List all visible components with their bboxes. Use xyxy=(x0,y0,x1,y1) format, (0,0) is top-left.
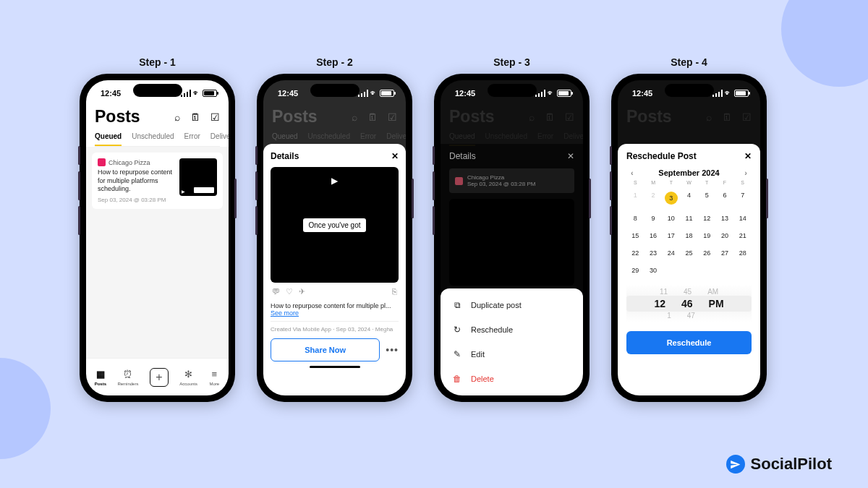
calendar-day[interactable]: 12 xyxy=(698,211,716,226)
menu-reschedule[interactable]: ↻Reschedule xyxy=(441,317,583,342)
home-indicator xyxy=(310,366,360,368)
menu-edit[interactable]: ✎Edit xyxy=(441,342,583,367)
calendar-day[interactable]: 16 xyxy=(644,228,663,243)
calendar-day[interactable]: 8 xyxy=(626,211,644,226)
delete-icon: 🗑︎ xyxy=(452,374,462,384)
account-name: Chicago Pizza xyxy=(109,159,150,166)
bottom-nav: ▦Posts ⏰︎Reminders + ✻Accounts ≡More xyxy=(86,358,229,395)
tab-error[interactable]: Error xyxy=(184,132,200,146)
close-icon[interactable]: ✕ xyxy=(744,151,752,161)
close-icon[interactable]: ✕ xyxy=(567,151,574,161)
video-preview[interactable]: ▶ Once you've got xyxy=(271,167,399,283)
account-avatar xyxy=(98,158,106,166)
calendar-day[interactable]: 30 xyxy=(644,263,663,278)
step-3-label: Step - 3 xyxy=(493,56,530,68)
play-icon[interactable]: ▶ xyxy=(331,176,338,186)
close-icon[interactable]: ✕ xyxy=(391,151,399,161)
step-4-label: Step - 4 xyxy=(671,56,707,68)
calendar-day[interactable]: 13 xyxy=(716,211,734,226)
calendar-day[interactable]: 26 xyxy=(698,246,716,260)
next-month-button[interactable]: › xyxy=(744,168,747,177)
reschedule-button[interactable]: Reschedule xyxy=(626,331,752,354)
calendar-day[interactable]: 1 xyxy=(626,188,644,208)
heart-icon[interactable]: ♡ xyxy=(286,287,293,296)
tab-queued[interactable]: Queued xyxy=(95,132,122,146)
calendar-day[interactable]: 6 xyxy=(716,188,734,208)
step-2-label: Step - 2 xyxy=(316,56,353,68)
paper-plane-icon xyxy=(726,455,745,474)
calendar-day[interactable]: 25 xyxy=(680,246,698,260)
calendar-day[interactable]: 20 xyxy=(716,228,734,243)
calendar-day[interactable]: 5 xyxy=(698,188,716,208)
calendar-day[interactable]: 9 xyxy=(644,211,663,226)
brand-name: SocialPilot xyxy=(751,455,832,474)
calendar-grid: 1234567891011121314151617181920212223242… xyxy=(626,188,752,278)
wifi-icon: ᯤ xyxy=(193,89,200,97)
battery-icon xyxy=(203,90,217,97)
calendar-day[interactable]: 4 xyxy=(680,188,698,208)
calendar-day[interactable]: 27 xyxy=(716,246,734,260)
calendar-day[interactable]: 23 xyxy=(644,246,663,260)
more-options-button[interactable]: ••• xyxy=(386,344,399,356)
share-now-button[interactable]: Share Now xyxy=(271,338,380,361)
calendar-day[interactable]: 14 xyxy=(733,211,752,226)
calendar-day[interactable]: 18 xyxy=(680,228,698,243)
tab-delivered[interactable]: Delivered xyxy=(210,132,229,146)
action-menu: ⧉Duplicate post ↻Reschedule ✎Edit 🗑︎Dele… xyxy=(441,288,583,395)
calendar-icon[interactable]: 🗓︎ xyxy=(190,111,200,123)
calendar-day[interactable]: 15 xyxy=(626,228,644,243)
menu-delete[interactable]: 🗑︎Delete xyxy=(441,367,583,391)
duplicate-icon: ⧉ xyxy=(452,300,462,310)
calendar-day[interactable]: 11 xyxy=(680,211,698,226)
details-sheet: Details ✕ ▶ Once you've got 💬︎♡✈︎ ⎘ How … xyxy=(263,144,406,395)
calendar-day[interactable]: 3 xyxy=(662,188,680,208)
calendar-month: September 2024 xyxy=(658,168,719,177)
calendar-day[interactable]: 19 xyxy=(698,228,716,243)
nav-posts[interactable]: ▦Posts xyxy=(95,369,106,386)
status-bar: 12:45 ᯤ xyxy=(86,80,229,106)
calendar-day[interactable]: 21 xyxy=(733,228,752,243)
nav-reminders[interactable]: ⏰︎Reminders xyxy=(117,369,138,386)
post-text: How to repurpose content for multiple pl… xyxy=(98,168,174,194)
post-meta: Created Via Mobile App · Sep 03, 2024 · … xyxy=(271,321,399,333)
calendar-day[interactable]: 10 xyxy=(662,211,680,226)
time-picker[interactable]: 1145AM 1246PM 147 xyxy=(626,285,752,322)
comment-icon[interactable]: 💬︎ xyxy=(272,287,280,296)
bookmark-icon[interactable]: ⎘ xyxy=(392,287,397,296)
status-bar: 12:45 ᯤ xyxy=(441,80,583,106)
edit-icon: ✎ xyxy=(452,349,462,359)
calendar-day[interactable]: 22 xyxy=(626,246,644,260)
prev-month-button[interactable]: ‹ xyxy=(631,168,634,177)
post-card[interactable]: Chicago Pizza How to repurpose content f… xyxy=(92,153,223,209)
tab-unscheduled[interactable]: Unscheduled xyxy=(132,132,174,146)
nav-add[interactable]: + xyxy=(150,368,169,387)
calendar-day[interactable]: 2 xyxy=(644,188,663,208)
reschedule-sheet: Reschedule Post ✕ ‹ September 2024 › SMT… xyxy=(618,144,760,395)
calendar-day[interactable]: 17 xyxy=(662,228,680,243)
reschedule-icon: ↻ xyxy=(452,325,462,335)
nav-more[interactable]: ≡More xyxy=(208,369,220,386)
calendar-day[interactable]: 29 xyxy=(626,263,644,278)
video-preview-dim xyxy=(449,199,574,286)
calendar-day[interactable]: 24 xyxy=(662,246,680,260)
calendar-day[interactable]: 7 xyxy=(733,188,752,208)
nav-accounts[interactable]: ✻Accounts xyxy=(179,369,197,386)
status-bar: 12:45 ᯤ xyxy=(263,80,406,106)
search-icon[interactable]: ⌕ xyxy=(174,111,180,123)
signal-icon xyxy=(181,90,191,97)
brand-logo: SocialPilot xyxy=(726,455,832,474)
status-time: 12:45 xyxy=(101,89,121,98)
check-icon[interactable]: ☑︎ xyxy=(210,111,220,123)
menu-duplicate[interactable]: ⧉Duplicate post xyxy=(441,293,583,317)
send-icon[interactable]: ✈︎ xyxy=(299,287,305,296)
post-timestamp: Sep 03, 2024 @ 03:28 PM xyxy=(98,197,174,203)
post-tabs: Queued Unscheduled Error Delivered xyxy=(95,132,220,147)
see-more-link[interactable]: See more xyxy=(271,309,299,317)
video-caption: Once you've got xyxy=(303,218,367,232)
page-title: Posts xyxy=(95,107,140,127)
details-title: Details xyxy=(271,151,299,161)
calendar-day[interactable]: 28 xyxy=(733,246,752,260)
post-description: How to repurpose content for multiple pl… xyxy=(271,301,399,318)
post-thumbnail: ▶ xyxy=(179,158,217,196)
status-bar: 12:45 ᯤ xyxy=(618,80,760,106)
